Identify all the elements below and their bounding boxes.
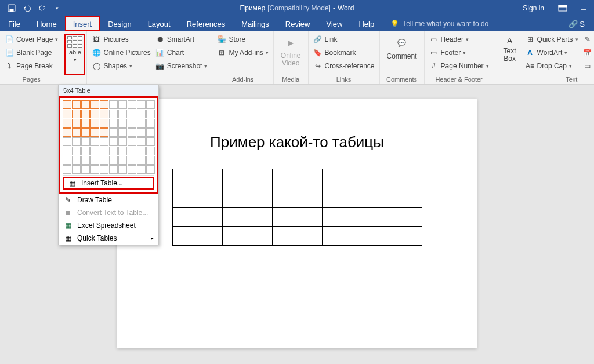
smartart-button[interactable]: ⬢SmartArt <box>155 34 208 45</box>
tab-help[interactable]: Help <box>350 16 382 31</box>
online-video-button[interactable]: ▶ Online Video <box>278 34 303 75</box>
grid-cell[interactable] <box>72 110 81 118</box>
grid-cell[interactable] <box>146 100 155 109</box>
tab-layout[interactable]: Layout <box>140 16 179 31</box>
minimize-icon[interactable] <box>573 0 594 16</box>
quick-tables-item[interactable]: ▦Quick Tables▸ <box>59 232 158 245</box>
shapes-button[interactable]: ◯Shapes <box>92 60 150 72</box>
grid-cell[interactable] <box>72 119 81 128</box>
qat-dropdown-icon[interactable]: ▾ <box>50 1 64 15</box>
grid-cell[interactable] <box>81 128 90 137</box>
grid-cell[interactable] <box>100 156 108 165</box>
table-cell[interactable] <box>372 208 422 227</box>
grid-cell[interactable] <box>146 156 155 165</box>
grid-cell[interactable] <box>128 128 136 137</box>
grid-cell[interactable] <box>118 137 127 146</box>
grid-cell[interactable] <box>100 100 108 109</box>
insert-table-item[interactable]: ▦Insert Table... <box>63 177 154 190</box>
table-cell[interactable] <box>222 208 272 227</box>
grid-cell[interactable] <box>63 165 71 174</box>
share-button[interactable]: 🔗 S <box>559 20 594 28</box>
grid-cell[interactable] <box>118 119 127 128</box>
grid-cell[interactable] <box>100 110 108 118</box>
tab-file[interactable]: File <box>0 16 28 31</box>
grid-cell[interactable] <box>81 137 90 146</box>
grid-cell[interactable] <box>118 156 127 165</box>
grid-cell[interactable] <box>109 165 118 174</box>
table-cell[interactable] <box>322 169 372 188</box>
grid-cell[interactable] <box>81 165 90 174</box>
grid-cell[interactable] <box>90 137 99 146</box>
table-cell[interactable] <box>322 208 372 227</box>
grid-cell[interactable] <box>118 110 127 118</box>
grid-cell[interactable] <box>137 128 146 137</box>
grid-cell[interactable] <box>72 147 81 155</box>
tab-home[interactable]: Home <box>28 16 65 31</box>
grid-cell[interactable] <box>109 147 118 155</box>
grid-cell[interactable] <box>72 156 81 165</box>
grid-cell[interactable] <box>118 147 127 155</box>
grid-cell[interactable] <box>137 156 146 165</box>
undo-icon[interactable] <box>20 1 34 15</box>
grid-cell[interactable] <box>137 165 146 174</box>
grid-cell[interactable] <box>128 137 136 146</box>
grid-cell[interactable] <box>146 110 155 118</box>
grid-cell[interactable] <box>109 137 118 146</box>
table-cell[interactable] <box>372 188 422 208</box>
table-size-grid[interactable] <box>63 100 154 174</box>
table-cell[interactable] <box>272 169 322 188</box>
grid-cell[interactable] <box>146 137 155 146</box>
grid-cell[interactable] <box>81 119 90 128</box>
table-cell[interactable] <box>322 227 372 246</box>
header-button[interactable]: ▭Header <box>429 34 489 45</box>
grid-cell[interactable] <box>137 110 146 118</box>
my-addins-button[interactable]: ⊞My Add-ins <box>217 47 268 59</box>
document-page[interactable]: Пример какой-то табицы <box>117 99 477 348</box>
drop-cap-button[interactable]: A≡Drop Cap <box>526 60 578 72</box>
tab-mailings[interactable]: Mailings <box>233 16 277 31</box>
table-cell[interactable] <box>222 188 272 208</box>
redo-icon[interactable] <box>35 1 49 15</box>
table-cell[interactable] <box>372 169 422 188</box>
grid-cell[interactable] <box>81 110 90 118</box>
table-cell[interactable] <box>272 227 322 246</box>
grid-cell[interactable] <box>63 100 71 109</box>
grid-cell[interactable] <box>146 165 155 174</box>
tab-view[interactable]: View <box>318 16 350 31</box>
table-cell[interactable] <box>172 188 222 208</box>
grid-cell[interactable] <box>128 147 136 155</box>
wordart-button[interactable]: AWordArt <box>526 47 578 59</box>
grid-cell[interactable] <box>100 147 108 155</box>
grid-cell[interactable] <box>146 147 155 155</box>
grid-cell[interactable] <box>109 156 118 165</box>
save-icon[interactable] <box>5 1 19 15</box>
grid-cell[interactable] <box>137 137 146 146</box>
grid-cell[interactable] <box>63 156 71 165</box>
document-table[interactable] <box>172 169 422 246</box>
grid-cell[interactable] <box>90 128 99 137</box>
grid-cell[interactable] <box>81 156 90 165</box>
grid-cell[interactable] <box>63 110 71 118</box>
quick-parts-button[interactable]: ⊞Quick Parts <box>526 34 578 45</box>
tab-insert[interactable]: Insert <box>65 16 100 31</box>
grid-cell[interactable] <box>90 110 99 118</box>
grid-cell[interactable] <box>109 119 118 128</box>
table-cell[interactable] <box>272 208 322 227</box>
grid-cell[interactable] <box>72 128 81 137</box>
grid-cell[interactable] <box>72 100 81 109</box>
excel-spreadsheet-item[interactable]: ▦Excel Spreadsheet <box>59 219 158 232</box>
footer-button[interactable]: ▭Footer <box>429 47 489 59</box>
table-cell[interactable] <box>222 169 272 188</box>
sign-in-link[interactable]: Sign in <box>515 4 552 12</box>
tell-me-search[interactable]: 💡 Tell me what you want to do <box>382 20 488 28</box>
grid-cell[interactable] <box>63 137 71 146</box>
grid-cell[interactable] <box>137 147 146 155</box>
chart-button[interactable]: 📊Chart <box>155 47 208 59</box>
grid-cell[interactable] <box>90 165 99 174</box>
signature-line-button[interactable]: ✎Signature Line <box>583 34 594 45</box>
page-break-button[interactable]: ⤵Page Break <box>5 60 58 72</box>
table-cell[interactable] <box>172 169 222 188</box>
grid-cell[interactable] <box>109 110 118 118</box>
table-cell[interactable] <box>172 227 222 246</box>
grid-cell[interactable] <box>109 128 118 137</box>
